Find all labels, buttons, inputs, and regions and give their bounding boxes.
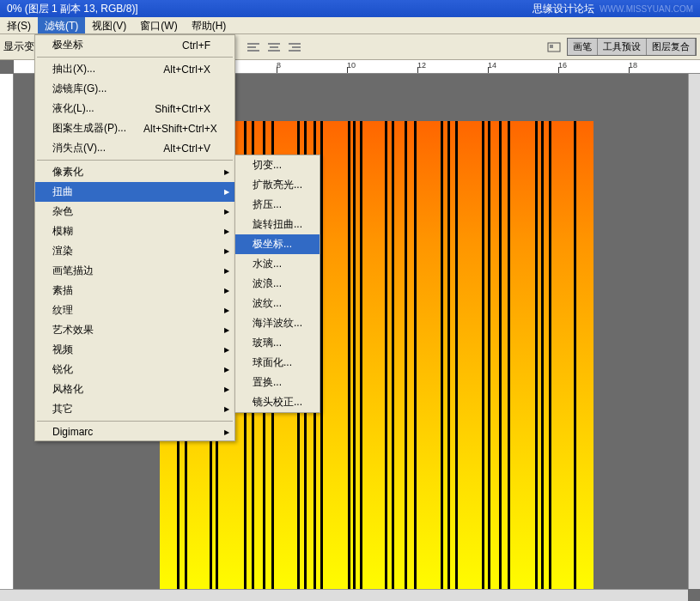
menu-item-label: 像素化	[52, 165, 83, 179]
gradient-stripe	[544, 121, 549, 601]
menu-item[interactable]: 杂色	[35, 202, 234, 222]
menubar: 择(S) 滤镜(T) 视图(V) 窗口(W) 帮助(H)	[0, 17, 700, 34]
ruler-mark: 18	[629, 61, 637, 70]
menu-item[interactable]: 滤镜库(G)...	[35, 79, 234, 99]
gradient-stripe	[576, 121, 593, 601]
submenu-item[interactable]: 极坐标...	[235, 234, 320, 254]
menu-item-label: 视频	[52, 343, 73, 357]
menu-item-label: 滤镜库(G)...	[52, 82, 107, 96]
tab-tool-presets[interactable]: 工具预设	[598, 39, 647, 55]
menu-item[interactable]: 艺术效果	[35, 320, 234, 340]
submenu-item[interactable]: 置换...	[235, 373, 320, 392]
submenu-item[interactable]: 波浪...	[235, 274, 320, 294]
menu-item[interactable]: 渲染	[35, 241, 234, 261]
submenu-item-label: 镜头校正...	[253, 395, 302, 410]
gradient-stripe	[450, 121, 455, 601]
submenu-item[interactable]: 扩散亮光...	[235, 175, 320, 195]
submenu-item-label: 波纹...	[253, 296, 282, 311]
menu-item[interactable]: 锐化	[35, 360, 234, 379]
menu-item[interactable]: 视频	[35, 340, 234, 360]
submenu-item-label: 挤压...	[253, 197, 282, 212]
align-left-icon[interactable]	[244, 38, 263, 57]
svg-rect-6	[289, 43, 301, 45]
option-label: 显示变	[3, 39, 34, 54]
menu-item-label: 极坐标	[52, 38, 83, 52]
svg-rect-5	[268, 50, 280, 52]
gradient-stripe	[458, 121, 482, 601]
gradient-stripe	[551, 121, 574, 601]
align-right-icon[interactable]	[285, 38, 304, 57]
gradient-stripe	[538, 121, 541, 601]
menu-select[interactable]: 择(S)	[0, 17, 38, 33]
menu-help[interactable]: 帮助(H)	[185, 17, 234, 33]
menu-item[interactable]: 极坐标Ctrl+F	[35, 35, 234, 55]
menu-view[interactable]: 视图(V)	[85, 17, 133, 33]
submenu-item-label: 玻璃...	[253, 336, 282, 350]
submenu-item[interactable]: 挤压...	[235, 195, 320, 215]
ruler-mark: 16	[558, 61, 567, 70]
submenu-item-label: 旋转扭曲...	[253, 217, 302, 232]
ruler-mark: 12	[417, 61, 426, 70]
tab-brushes[interactable]: 画笔	[568, 39, 598, 55]
horizontal-scrollbar[interactable]	[0, 589, 688, 601]
svg-rect-8	[289, 50, 301, 52]
gradient-stripe	[356, 121, 360, 601]
submenu-item[interactable]: 球面化...	[235, 353, 320, 373]
menu-item-label: 消失点(V)...	[52, 141, 106, 155]
menu-item[interactable]: 扭曲	[35, 182, 234, 202]
submenu-item[interactable]: 波纹...	[235, 294, 320, 313]
submenu-item[interactable]: 旋转扭曲...	[235, 215, 320, 234]
submenu-item[interactable]: 海洋波纹...	[235, 313, 320, 333]
menu-item[interactable]: 素描	[35, 281, 234, 300]
svg-rect-0	[247, 43, 259, 45]
menu-item-label: 抽出(X)...	[52, 62, 95, 76]
gradient-stripe	[490, 121, 499, 601]
menu-item-label: Digimarc	[52, 426, 93, 438]
menu-item[interactable]: 纹理	[35, 300, 234, 320]
menu-item[interactable]: 画笔描边	[35, 261, 234, 281]
menu-item-label: 液化(L)...	[52, 101, 94, 116]
gradient-stripe	[362, 121, 385, 601]
submenu-item-label: 球面化...	[253, 355, 292, 370]
submenu-item[interactable]: 水波...	[235, 254, 320, 274]
menu-item-label: 其它	[52, 402, 73, 416]
gradient-stripe	[323, 121, 348, 601]
menu-item[interactable]: 抽出(X)...Alt+Ctrl+X	[35, 59, 234, 79]
submenu-item-label: 切变...	[253, 158, 282, 173]
gradient-stripe	[350, 121, 353, 601]
palette-icon[interactable]	[545, 38, 563, 57]
menu-shortcut: Alt+Ctrl+X	[163, 64, 210, 76]
menu-item[interactable]: 其它	[35, 399, 234, 419]
submenu-item[interactable]: 切变...	[235, 155, 320, 175]
svg-rect-2	[247, 50, 259, 52]
menu-item[interactable]: 消失点(V)...Alt+Ctrl+V	[35, 138, 234, 158]
gradient-stripe	[510, 121, 535, 601]
ruler-mark: 10	[347, 61, 356, 70]
menu-item-label: 图案生成器(P)...	[52, 121, 126, 136]
menu-item[interactable]: 风格化	[35, 379, 234, 399]
menu-item[interactable]: Digimarc	[35, 423, 234, 440]
menu-item-label: 纹理	[52, 303, 73, 318]
vertical-scrollbar[interactable]	[688, 74, 700, 589]
menu-item-label: 杂色	[52, 204, 73, 219]
submenu-item-label: 波浪...	[253, 276, 282, 291]
menu-item[interactable]: 图案生成器(P)...Alt+Shift+Ctrl+X	[35, 118, 234, 138]
watermark: WWW.MISSYUAN.COM	[600, 4, 693, 14]
vertical-ruler	[0, 74, 14, 601]
ruler-mark: 14	[488, 61, 496, 70]
menu-item[interactable]: 模糊	[35, 222, 234, 241]
tab-layer-comps[interactable]: 图层复合	[647, 39, 696, 55]
submenu-item-label: 极坐标...	[253, 237, 292, 252]
gradient-stripe	[417, 121, 441, 601]
menu-filter[interactable]: 滤镜(T)	[38, 17, 85, 33]
svg-rect-4	[270, 46, 278, 48]
svg-rect-10	[550, 45, 553, 48]
submenu-item[interactable]: 镜头校正...	[235, 392, 320, 412]
menu-window[interactable]: 窗口(W)	[133, 17, 184, 33]
menu-shortcut: Alt+Ctrl+V	[163, 143, 210, 155]
align-center-icon[interactable]	[265, 38, 283, 57]
menu-item[interactable]: 像素化	[35, 162, 234, 182]
submenu-item[interactable]: 玻璃...	[235, 333, 320, 353]
gradient-stripe	[502, 121, 508, 601]
menu-item[interactable]: 液化(L)...Shift+Ctrl+X	[35, 99, 234, 118]
